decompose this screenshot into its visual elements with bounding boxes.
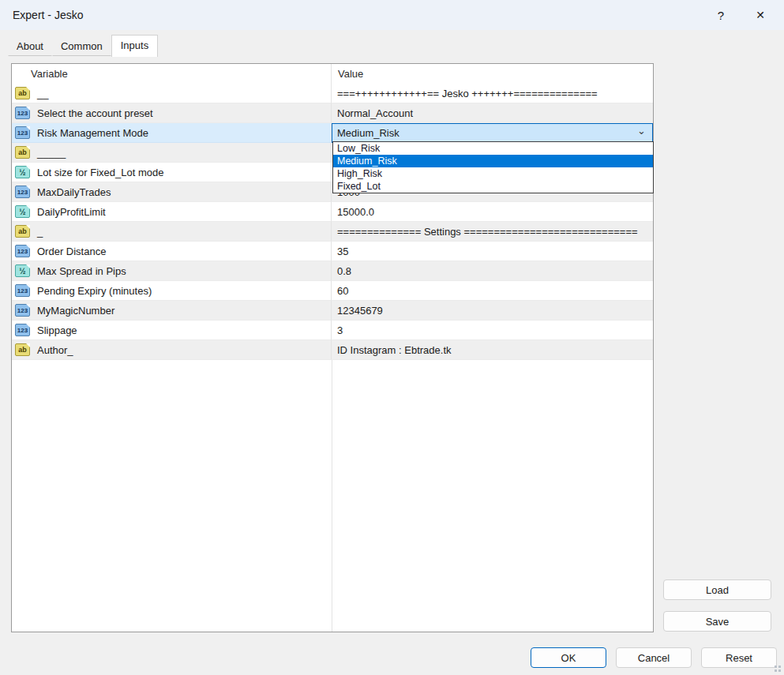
resize-grip-icon[interactable] — [775, 666, 782, 673]
integer-type-icon: 123 — [15, 324, 30, 336]
integer-type-icon: 123 — [15, 284, 30, 297]
variable-name: Order Distance — [37, 246, 106, 257]
expert-properties-dialog: Expert - Jesko ? ✕ About Common Inputs V… — [0, 0, 784, 675]
dropdown-option[interactable]: Medium_Risk — [333, 155, 653, 167]
variable-cell[interactable]: abAuthor_ — [12, 340, 332, 360]
value-cell[interactable]: 35 — [332, 242, 653, 261]
tab-about[interactable]: About — [8, 36, 52, 56]
value-text: 0.8 — [337, 265, 351, 277]
value-text: 35 — [337, 246, 348, 257]
variable-cell[interactable]: 123Slippage — [12, 321, 332, 340]
variable-cell[interactable]: ½Max Spread in Pips — [12, 261, 332, 281]
table-row[interactable]: 123MyMagicNumber12345679 — [12, 301, 653, 321]
combobox-selected-value: Medium_Risk — [337, 127, 400, 139]
table-row[interactable]: 123Pending Expiry (minutes)60 — [12, 281, 653, 301]
help-button[interactable]: ? — [703, 0, 738, 30]
string-type-icon: ab — [15, 343, 30, 356]
save-button[interactable]: Save — [663, 611, 771, 632]
variable-cell[interactable]: 123MyMagicNumber — [12, 301, 332, 321]
variable-name: MyMagicNumber — [37, 305, 114, 317]
variable-cell[interactable]: 123Risk Management Mode — [12, 123, 332, 143]
variable-name: Risk Management Mode — [37, 127, 148, 139]
dropdown-option[interactable]: Low_Risk — [333, 142, 653, 155]
variable-cell[interactable]: 123Pending Expiry (minutes) — [12, 281, 332, 301]
value-text: ===++++++++++++== Jesko +++++++=========… — [337, 88, 598, 99]
value-cell[interactable]: Medium_Risk⌄ — [332, 123, 653, 143]
table-row[interactable]: ½Max Spread in Pips0.8 — [12, 261, 653, 281]
value-text: 60 — [337, 285, 348, 297]
ok-button[interactable]: OK — [531, 647, 606, 668]
table-row[interactable]: ab_============== Settings =============… — [12, 222, 653, 242]
value-cell[interactable]: 3 — [332, 321, 653, 340]
tab-strip: About Common Inputs — [8, 36, 158, 56]
variable-name: _____ — [37, 147, 66, 159]
variable-name: Author_ — [37, 344, 73, 356]
value-cell[interactable]: 0.8 — [332, 261, 653, 281]
variable-cell[interactable]: ½DailyProfitLimit — [12, 202, 332, 222]
double-type-icon: ½ — [15, 205, 30, 218]
dropdown-option[interactable]: High_Risk — [333, 167, 653, 180]
window-title: Expert - Jesko — [13, 9, 83, 21]
title-bar[interactable]: Expert - Jesko ? ✕ — [0, 0, 784, 30]
variable-name: MaxDailyTrades — [37, 186, 111, 198]
reset-button[interactable]: Reset — [701, 647, 777, 668]
load-button[interactable]: Load — [663, 579, 771, 600]
variable-name: Select the account preset — [37, 107, 153, 119]
string-type-icon: ab — [15, 225, 30, 238]
variable-cell[interactable]: 123MaxDailyTrades — [12, 182, 332, 202]
variable-name: Pending Expiry (minutes) — [37, 285, 152, 297]
value-cell[interactable]: 60 — [332, 281, 653, 301]
variable-name: _ — [37, 226, 43, 238]
table-row[interactable]: 123Risk Management ModeMedium_Risk⌄ — [12, 123, 653, 143]
column-header-variable[interactable]: Variable — [12, 64, 332, 84]
integer-type-icon: 123 — [15, 186, 30, 198]
string-type-icon: ab — [15, 146, 30, 159]
variable-name: Lot size for Fixed_Lot mode — [37, 167, 163, 178]
risk-mode-dropdown-list: Low_RiskMedium_RiskHigh_RiskFixed_Lot — [332, 141, 654, 193]
value-text: 15000.0 — [337, 206, 374, 218]
close-button[interactable]: ✕ — [743, 0, 778, 30]
integer-type-icon: 123 — [15, 126, 30, 139]
chevron-down-icon: ⌄ — [637, 125, 646, 137]
column-divider — [332, 360, 332, 632]
integer-type-icon: 123 — [15, 304, 30, 317]
value-text: 3 — [337, 324, 343, 336]
variable-name: Slippage — [37, 324, 77, 336]
table-row[interactable]: 123Order Distance35 — [12, 242, 653, 261]
value-text: ============== Settings ================… — [337, 226, 638, 238]
double-type-icon: ½ — [15, 166, 30, 178]
value-text: Normal_Account — [337, 107, 413, 119]
tab-common[interactable]: Common — [52, 36, 111, 56]
table-body: ab__===++++++++++++== Jesko +++++++=====… — [12, 84, 653, 360]
table-row[interactable]: abAuthor_ID Instagram : Ebtrade.tk — [12, 340, 653, 360]
variable-cell[interactable]: 123Order Distance — [12, 242, 332, 261]
tab-inputs[interactable]: Inputs — [111, 35, 158, 57]
variable-name: Max Spread in Pips — [37, 265, 126, 277]
variable-cell[interactable]: ½Lot size for Fixed_Lot mode — [12, 163, 332, 182]
column-header-value[interactable]: Value — [332, 64, 653, 84]
integer-type-icon: 123 — [15, 245, 30, 257]
value-text: ID Instagram : Ebtrade.tk — [337, 344, 452, 356]
double-type-icon: ½ — [15, 264, 30, 277]
value-text: 12345679 — [337, 305, 383, 317]
integer-type-icon: 123 — [15, 107, 30, 119]
value-cell[interactable]: 12345679 — [332, 301, 653, 321]
variable-cell[interactable]: 123Select the account preset — [12, 103, 332, 123]
value-cell[interactable]: Normal_Account — [332, 103, 653, 123]
variable-cell[interactable]: ab__ — [12, 84, 332, 103]
variable-cell[interactable]: ab_____ — [12, 143, 332, 163]
table-row[interactable]: 123Slippage3 — [12, 321, 653, 340]
cancel-button[interactable]: Cancel — [616, 647, 692, 668]
table-row[interactable]: ½DailyProfitLimit15000.0 — [12, 202, 653, 222]
value-cell[interactable]: 15000.0 — [332, 202, 653, 222]
table-header: Variable Value — [12, 64, 653, 84]
variable-cell[interactable]: ab_ — [12, 222, 332, 242]
value-cell[interactable]: ID Instagram : Ebtrade.tk — [332, 340, 653, 360]
table-row[interactable]: ab__===++++++++++++== Jesko +++++++=====… — [12, 84, 653, 103]
value-cell[interactable]: ============== Settings ================… — [332, 222, 653, 242]
risk-mode-combobox[interactable]: Medium_Risk⌄ — [332, 123, 653, 143]
dropdown-option[interactable]: Fixed_Lot — [333, 180, 653, 193]
table-row[interactable]: 123Select the account presetNormal_Accou… — [12, 103, 653, 123]
value-cell[interactable]: ===++++++++++++== Jesko +++++++=========… — [332, 84, 653, 103]
variable-name: DailyProfitLimit — [37, 206, 106, 218]
